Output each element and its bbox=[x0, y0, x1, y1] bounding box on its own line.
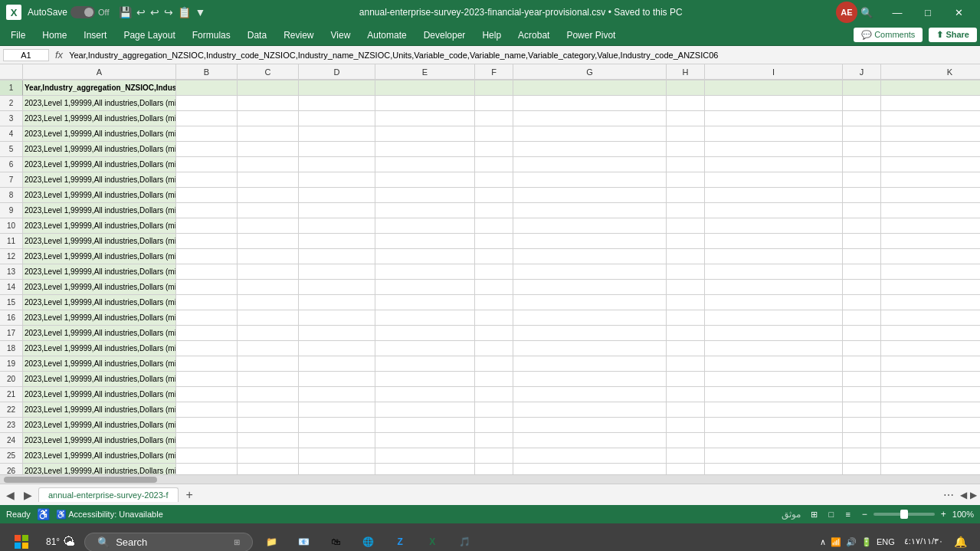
autosave-toggle[interactable] bbox=[70, 6, 95, 18]
col-header-K[interactable]: K bbox=[881, 64, 980, 80]
col-header-C[interactable]: C bbox=[238, 64, 299, 80]
nav-next-button[interactable]: ▶ bbox=[21, 487, 35, 503]
cell-E2[interactable] bbox=[375, 96, 475, 111]
cell-J21[interactable] bbox=[843, 387, 881, 402]
cell-K7[interactable] bbox=[881, 172, 980, 188]
cell-F17[interactable] bbox=[475, 326, 513, 341]
cell-K26[interactable] bbox=[881, 464, 980, 474]
cell-K13[interactable] bbox=[881, 264, 980, 280]
row-number-20[interactable]: 20 bbox=[0, 372, 23, 387]
cell-G14[interactable] bbox=[513, 280, 667, 295]
cell-C6[interactable] bbox=[238, 157, 299, 172]
cell-A26[interactable]: 2023,Level 1,99999,All industries,Dollar… bbox=[23, 464, 176, 474]
row-number-2[interactable]: 2 bbox=[0, 96, 23, 111]
cell-K16[interactable] bbox=[881, 310, 980, 326]
cell-K17[interactable] bbox=[881, 326, 980, 341]
cell-G5[interactable] bbox=[513, 142, 667, 157]
cell-I17[interactable] bbox=[705, 326, 843, 341]
cell-A9[interactable]: 2023,Level 1,99999,All industries,Dollar… bbox=[23, 203, 176, 218]
cell-G21[interactable] bbox=[513, 387, 667, 402]
cell-I25[interactable] bbox=[705, 448, 843, 464]
cell-H26[interactable] bbox=[667, 464, 705, 474]
col-header-E[interactable]: E bbox=[375, 64, 475, 80]
cell-A22[interactable]: 2023,Level 1,99999,All industries,Dollar… bbox=[23, 402, 176, 418]
row-number-17[interactable]: 17 bbox=[0, 326, 23, 341]
cell-K20[interactable] bbox=[881, 372, 980, 387]
cell-B15[interactable] bbox=[176, 295, 238, 310]
cell-A24[interactable]: 2023,Level 1,99999,All industries,Dollar… bbox=[23, 433, 176, 448]
cell-B20[interactable] bbox=[176, 372, 238, 387]
cell-I11[interactable] bbox=[705, 234, 843, 249]
cell-F14[interactable] bbox=[475, 280, 513, 295]
share-button[interactable]: ⬆ Share bbox=[929, 28, 977, 42]
cell-K11[interactable] bbox=[881, 234, 980, 249]
cell-J6[interactable] bbox=[843, 157, 881, 172]
cell-H9[interactable] bbox=[667, 203, 705, 218]
taskbar-app-music[interactable]: 🎵 bbox=[449, 526, 480, 551]
cell-A8[interactable]: 2023,Level 1,99999,All industries,Dollar… bbox=[23, 188, 176, 203]
cell-I26[interactable] bbox=[705, 464, 843, 474]
cell-H24[interactable] bbox=[667, 433, 705, 448]
cell-D9[interactable] bbox=[299, 203, 375, 218]
cell-C10[interactable] bbox=[238, 218, 299, 234]
cell-E21[interactable] bbox=[375, 387, 475, 402]
cell-F8[interactable] bbox=[475, 188, 513, 203]
cell-G4[interactable] bbox=[513, 126, 667, 142]
cell-G7[interactable] bbox=[513, 172, 667, 188]
cell-I15[interactable] bbox=[705, 295, 843, 310]
cell-K3[interactable] bbox=[881, 111, 980, 126]
col-header-F[interactable]: F bbox=[475, 64, 513, 80]
cell-K22[interactable] bbox=[881, 402, 980, 418]
cell-A20[interactable]: 2023,Level 1,99999,All industries,Dollar… bbox=[23, 372, 176, 387]
cell-J12[interactable] bbox=[843, 249, 881, 264]
cell-J8[interactable] bbox=[843, 188, 881, 203]
cell-C14[interactable] bbox=[238, 280, 299, 295]
cell-C23[interactable] bbox=[238, 418, 299, 433]
start-button[interactable] bbox=[6, 526, 37, 551]
taskbar-app-store[interactable]: 🛍 bbox=[320, 526, 351, 551]
wifi-icon[interactable]: 📶 bbox=[831, 537, 841, 547]
menu-automate[interactable]: Automate bbox=[359, 27, 414, 44]
cell-A16[interactable]: 2023,Level 1,99999,All industries,Dollar… bbox=[23, 310, 176, 326]
cell-D10[interactable] bbox=[299, 218, 375, 234]
cell-G9[interactable] bbox=[513, 203, 667, 218]
options-icon[interactable]: ⋯ bbox=[943, 489, 954, 501]
undo-icon[interactable]: ↩ bbox=[136, 6, 146, 18]
cell-I16[interactable] bbox=[705, 310, 843, 326]
cell-B2[interactable] bbox=[176, 96, 238, 111]
cell-A15[interactable]: 2023,Level 1,99999,All industries,Dollar… bbox=[23, 295, 176, 310]
cell-G22[interactable] bbox=[513, 402, 667, 418]
cell-G8[interactable] bbox=[513, 188, 667, 203]
cell-C1[interactable] bbox=[238, 80, 299, 96]
cell-A18[interactable]: 2023,Level 1,99999,All industries,Dollar… bbox=[23, 341, 176, 356]
cell-C26[interactable] bbox=[238, 464, 299, 474]
cell-A19[interactable]: 2023,Level 1,99999,All industries,Dollar… bbox=[23, 356, 176, 372]
cell-K9[interactable] bbox=[881, 203, 980, 218]
cell-J25[interactable] bbox=[843, 448, 881, 464]
cell-E15[interactable] bbox=[375, 295, 475, 310]
undo-icon2[interactable]: ↩ bbox=[150, 6, 159, 18]
cell-F11[interactable] bbox=[475, 234, 513, 249]
row-number-23[interactable]: 23 bbox=[0, 418, 23, 433]
row-number-15[interactable]: 15 bbox=[0, 295, 23, 310]
cell-C24[interactable] bbox=[238, 433, 299, 448]
cell-D24[interactable] bbox=[299, 433, 375, 448]
cell-D15[interactable] bbox=[299, 295, 375, 310]
cell-H18[interactable] bbox=[667, 341, 705, 356]
cell-C18[interactable] bbox=[238, 341, 299, 356]
cell-J16[interactable] bbox=[843, 310, 881, 326]
cell-F24[interactable] bbox=[475, 433, 513, 448]
row-number-19[interactable]: 19 bbox=[0, 356, 23, 372]
redo-icon[interactable]: ↪ bbox=[164, 6, 173, 18]
taskbar-app-browser[interactable]: 🌐 bbox=[352, 526, 383, 551]
cell-A21[interactable]: 2023,Level 1,99999,All industries,Dollar… bbox=[23, 387, 176, 402]
cell-I18[interactable] bbox=[705, 341, 843, 356]
cell-J3[interactable] bbox=[843, 111, 881, 126]
cell-H20[interactable] bbox=[667, 372, 705, 387]
row-number-7[interactable]: 7 bbox=[0, 172, 23, 188]
cell-C11[interactable] bbox=[238, 234, 299, 249]
cell-D5[interactable] bbox=[299, 142, 375, 157]
cell-A6[interactable]: 2023,Level 1,99999,All industries,Dollar… bbox=[23, 157, 176, 172]
cell-B21[interactable] bbox=[176, 387, 238, 402]
cell-C15[interactable] bbox=[238, 295, 299, 310]
